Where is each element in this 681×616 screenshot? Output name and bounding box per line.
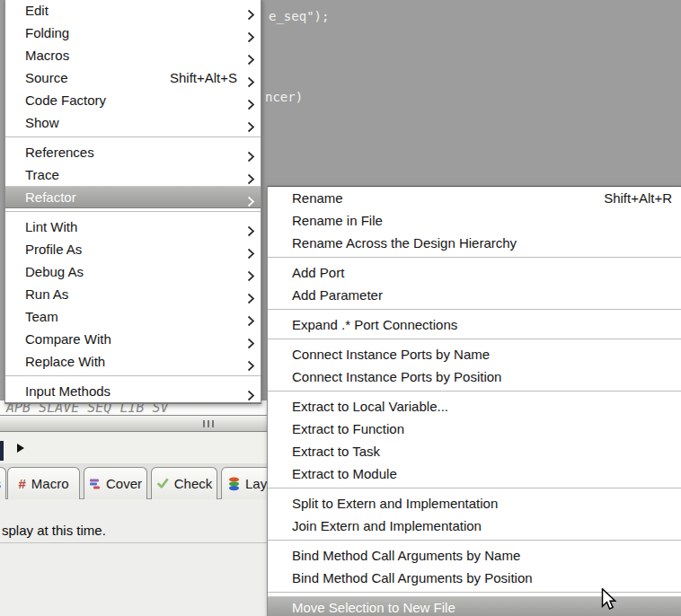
submenu-arrow-icon [247, 385, 255, 408]
editor-code-fragment: ncer) [265, 90, 303, 104]
context-menu-item-lint-with[interactable]: Lint With [5, 216, 261, 238]
refactor-submenu-item-rename-in-file[interactable]: Rename in File [268, 209, 681, 232]
refactor-submenu-item-move-selection-to-new-file[interactable]: Move Selection to New File [268, 596, 681, 616]
refactor-submenu-item-rename[interactable]: RenameShift+Alt+R [268, 187, 681, 209]
menu-item-label: Bind Method Call Arguments by Position [292, 570, 533, 585]
coverage-icon [89, 479, 101, 489]
refactor-submenu-item-extract-to-local-variable[interactable]: Extract to Local Variable... [268, 395, 681, 418]
menu-separator [5, 208, 261, 216]
context-menu-item-compare-with[interactable]: Compare With [5, 328, 261, 350]
context-menu-item-code-factory[interactable]: Code Factory [5, 89, 261, 111]
context-menu-item-input-methods[interactable]: Input Methods [5, 380, 261, 402]
tab-s[interactable]: s [0, 467, 6, 499]
context-menu-item-macros[interactable]: Macros [5, 44, 261, 66]
menu-separator [268, 306, 681, 313]
tab-cover[interactable]: Cover [84, 467, 147, 499]
menu-item-shortcut: Shift+Alt+R [604, 187, 672, 209]
refactor-submenu-item-extract-to-module[interactable]: Extract to Module [268, 462, 681, 485]
refactor-submenu-item-expand-port-connections[interactable]: Expand .* Port Connections [268, 313, 681, 336]
context-menu-item-folding[interactable]: Folding [5, 22, 261, 44]
menu-item-label: Extract to Module [292, 466, 397, 481]
context-menu-item-edit[interactable]: Edit [5, 0, 261, 22]
menu-item-label: Rename [292, 190, 343, 206]
check-icon [156, 478, 169, 489]
tab-label: Cover [106, 476, 142, 491]
refactor-submenu-item-bind-method-call-arguments-by-position[interactable]: Bind Method Call Arguments by Position [268, 567, 681, 589]
menu-item-label: Run As [25, 286, 68, 302]
menu-item-label: Team [25, 309, 58, 324]
refactor-submenu-item-connect-instance-ports-by-position[interactable]: Connect Instance Ports by Position [268, 365, 681, 388]
refactor-submenu-item-add-port[interactable]: Add Port [268, 261, 681, 284]
tab-label: Lay [245, 476, 267, 491]
tab-check[interactable]: Check [151, 467, 217, 499]
menu-separator [5, 373, 261, 380]
menu-item-label: Expand .* Port Connections [292, 317, 457, 332]
menu-item-label: Code Factory [25, 92, 106, 108]
menu-item-label: Refactor [25, 189, 76, 205]
menu-item-label: Lint With [25, 219, 77, 234]
menu-separator [5, 134, 261, 141]
refactor-submenu-item-add-parameter[interactable]: Add Parameter [268, 284, 681, 306]
menu-item-label: Join Extern and Implementation [292, 518, 482, 533]
expand-arrow-button[interactable] [17, 444, 24, 453]
refactor-submenu: RenameShift+Alt+RRename in FileRename Ac… [267, 186, 681, 616]
refactor-submenu-item-rename-across-the-design-hierarchy[interactable]: Rename Across the Design Hierarchy [268, 232, 681, 254]
refactor-submenu-item-join-extern-and-implementation[interactable]: Join Extern and Implementation [268, 515, 681, 537]
menu-item-label: Connect Instance Ports by Position [292, 369, 501, 384]
scrollbar-grip-icon [203, 420, 214, 427]
refactor-submenu-item-connect-instance-ports-by-name[interactable]: Connect Instance Ports by Name [268, 343, 681, 365]
menu-item-label: Add Port [292, 265, 344, 280]
refactor-submenu-item-extract-to-task[interactable]: Extract to Task [268, 440, 681, 462]
menu-separator [268, 336, 681, 343]
menu-item-label: Bind Method Call Arguments by Name [292, 548, 520, 563]
menu-item-label: Extract to Local Variable... [292, 399, 448, 414]
menu-separator [268, 254, 681, 261]
tab-label: Check [174, 476, 213, 491]
menu-item-label: Extract to Function [292, 421, 404, 436]
menu-item-label: Profile As [25, 242, 82, 257]
editor-code-fragment: e_seq"); [269, 9, 329, 23]
menu-item-label: Add Parameter [292, 287, 383, 303]
menu-item-label: Trace [25, 167, 59, 182]
layers-icon [228, 477, 240, 491]
refactor-submenu-item-extract-to-function[interactable]: Extract to Function [268, 418, 681, 440]
menu-separator [268, 388, 681, 395]
context-menu-item-debug-as[interactable]: Debug As [5, 260, 261, 283]
refactor-submenu-item-bind-method-call-arguments-by-name[interactable]: Bind Method Call Arguments by Name [268, 544, 681, 567]
menu-item-label: References [25, 145, 94, 160]
tab-macro[interactable]: #Macro [7, 467, 80, 499]
context-menu-item-team[interactable]: Team [5, 305, 261, 328]
context-menu-item-profile-as[interactable]: Profile As [5, 238, 261, 260]
menu-item-label: Connect Instance Ports by Name [292, 347, 490, 362]
menu-separator [268, 589, 681, 596]
menu-item-label: Input Methods [25, 383, 111, 399]
menu-item-label: Replace With [25, 354, 105, 369]
tab-label: s [0, 476, 1, 491]
menu-item-label: Show [25, 115, 59, 130]
menu-item-label: Extract to Task [292, 444, 380, 459]
context-menu-item-trace[interactable]: Trace [5, 163, 261, 186]
status-message: splay at this time. [2, 523, 106, 538]
context-menu-item-refactor[interactable]: Refactor [5, 186, 261, 208]
menu-item-label: Source [25, 70, 68, 85]
context-menu-item-run-as[interactable]: Run As [5, 283, 261, 305]
refactor-submenu-item-split-to-extern-and-implementation[interactable]: Split to Extern and Implementation [268, 492, 681, 515]
menu-item-shortcut: Shift+Alt+S [170, 66, 237, 89]
menu-item-label: Rename Across the Design Hierarchy [292, 235, 517, 251]
context-menu-item-source[interactable]: SourceShift+Alt+S [5, 66, 261, 89]
menu-item-label: Edit [25, 3, 49, 18]
menu-separator [268, 485, 681, 492]
menu-item-label: Rename in File [292, 213, 383, 228]
menu-item-label: Compare With [25, 331, 111, 347]
context-menu-item-references[interactable]: References [5, 141, 261, 163]
menu-item-label: Macros [25, 48, 69, 63]
hash-icon: # [18, 476, 25, 491]
menu-item-label: Split to Extern and Implementation [292, 496, 498, 511]
tab-label: Macro [31, 476, 69, 491]
menu-item-label: Folding [25, 25, 69, 40]
menu-item-label: Debug As [25, 264, 84, 279]
context-menu-item-show[interactable]: Show [5, 111, 261, 134]
mouse-cursor-icon [601, 588, 616, 614]
context-menu: EditFoldingMacrosSourceShift+Alt+SCode F… [4, 0, 261, 404]
context-menu-item-replace-with[interactable]: Replace With [5, 350, 261, 373]
